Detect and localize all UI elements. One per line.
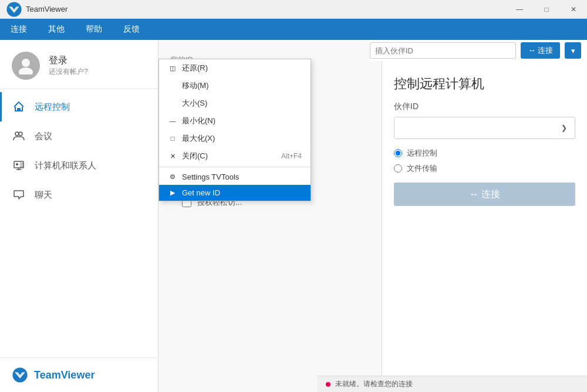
ctx-minimize-label: 最小化(N) (182, 116, 302, 126)
chat-icon (12, 188, 26, 202)
get-new-id-arrow-icon: ▶ (168, 189, 177, 197)
computers-label: 计算机和联系人 (35, 160, 96, 171)
menubar: 连接 其他 帮助 反馈 ↔ 连接 ▾ (0, 19, 587, 40)
sidebar-item-computers[interactable]: 计算机和联系人 (0, 151, 158, 180)
ctx-maximize-label: 最大化(X) (182, 133, 302, 144)
window-controls: — □ ✕ (506, 0, 587, 19)
ctx-close-label: 关闭(C) (182, 151, 276, 161)
partner-id-field-wrap: ❯ (394, 117, 575, 139)
meeting-icon (12, 129, 26, 143)
status-text: 未就绪。请检查您的连接 (335, 379, 413, 389)
statusbar: 未就绪。请检查您的连接 (317, 376, 587, 392)
ctx-size-label: 大小(S) (182, 98, 302, 109)
ctx-divider (159, 167, 311, 167)
ctx-item-maximize[interactable]: □ 最大化(X) (159, 130, 311, 147)
sidebar-footer: TeamViewer (0, 357, 158, 392)
ctx-item-close[interactable]: ✕ 关闭(C) Alt+F4 (159, 147, 311, 165)
user-info: 登录 还没有帐户? (49, 55, 88, 77)
svg-point-4 (15, 132, 19, 136)
svg-rect-3 (17, 108, 21, 111)
menu-help[interactable]: 帮助 (81, 21, 107, 38)
restore-icon: ◫ (168, 65, 177, 72)
context-menu: ◫ 还原(R) 移动(M) 大小(S) — 最小化(N) □ 最大化(X) ✕ … (158, 59, 311, 201)
remote-control-label: 远程控制 (35, 102, 70, 113)
radio-file-transfer: 文件传输 (394, 163, 575, 174)
minimize-button[interactable]: — (506, 0, 533, 19)
title-logo-area: TeamViewer (6, 1, 68, 18)
ctx-item-minimize[interactable]: — 最小化(N) (159, 112, 311, 130)
avatar (12, 52, 40, 80)
settings-ctx-icon: ⚙ (168, 173, 177, 181)
svg-point-7 (16, 163, 18, 165)
sidebar: 登录 还没有帐户? 远程控制 会议 计算机和联 (0, 40, 158, 392)
menu-other[interactable]: 其他 (43, 21, 69, 38)
computers-icon (12, 158, 26, 173)
teamviewer-icon (6, 1, 22, 18)
sidebar-item-chat[interactable]: 聊天 (0, 180, 158, 209)
svg-point-10 (12, 367, 27, 382)
ctx-restore-label: 还原(R) (182, 63, 302, 73)
field-chevron-icon[interactable]: ❯ (554, 117, 575, 138)
teamviewer-footer-icon (12, 367, 28, 383)
connect-top-button[interactable]: ↔ 连接 (521, 42, 560, 59)
maximize-ctx-icon: □ (168, 135, 177, 142)
ctx-close-shortcut: Alt+F4 (281, 152, 302, 160)
ctx-item-get-new-id[interactable]: ▶ Get new ID (159, 185, 311, 201)
svg-point-2 (19, 67, 33, 75)
titlebar: TeamViewer — □ ✕ (0, 0, 587, 19)
connect-main-button[interactable]: ↔ 连接 (394, 183, 575, 206)
ctx-settings-label: Settings TVTools (182, 173, 302, 181)
person-icon (17, 57, 35, 75)
close-button[interactable]: ✕ (560, 0, 587, 19)
nav-items: 远程控制 会议 计算机和联系人 聊天 (0, 89, 158, 357)
brand-label: TeamViewer (34, 369, 95, 381)
partner-id-top-input[interactable] (370, 42, 516, 59)
connect-main-label: ↔ 连接 (469, 188, 500, 201)
partner-id-bar: ↔ 连接 ▾ (370, 40, 587, 61)
meeting-label: 会议 (35, 131, 52, 142)
app-title: TeamViewer (26, 5, 68, 13)
maximize-button[interactable]: □ (533, 0, 560, 19)
partner-id-field[interactable] (394, 117, 554, 138)
ctx-item-settings[interactable]: ⚙ Settings TVTools (159, 169, 311, 185)
user-profile: 登录 还没有帐户? (0, 40, 158, 89)
radio-remote-button[interactable] (394, 149, 402, 157)
user-register-link[interactable]: 还没有帐户? (49, 67, 88, 77)
user-login-label[interactable]: 登录 (49, 55, 88, 67)
svg-point-5 (19, 132, 22, 136)
remote-control-icon (12, 100, 26, 114)
partner-id-label: 伙伴ID (394, 102, 575, 112)
ctx-item-size[interactable]: 大小(S) (159, 94, 311, 112)
radio-remote-label: 远程控制 (407, 148, 437, 158)
radio-remote-control: 远程控制 (394, 148, 575, 158)
ctx-item-restore[interactable]: ◫ 还原(R) (159, 59, 311, 77)
sidebar-item-remote-control[interactable]: 远程控制 (0, 92, 158, 121)
svg-point-1 (22, 59, 30, 67)
connect-dropdown-button[interactable]: ▾ (565, 42, 581, 59)
right-panel: 控制远程计算机 伙伴ID ❯ 远程控制 文件传输 ↔ 连接 (382, 46, 587, 392)
dropdown-arrow-icon: ▾ (571, 46, 575, 55)
ctx-get-new-id-label: Get new ID (182, 188, 302, 197)
status-dot-icon (326, 382, 330, 387)
sidebar-item-meeting[interactable]: 会议 (0, 121, 158, 151)
right-panel-title: 控制远程计算机 (394, 75, 575, 93)
svg-point-0 (6, 2, 21, 16)
radio-file-button[interactable] (394, 164, 402, 173)
radio-file-label: 文件传输 (407, 163, 437, 174)
ctx-move-label: 移动(M) (182, 80, 302, 91)
chat-label: 聊天 (35, 190, 52, 201)
connect-top-label: ↔ 连接 (528, 45, 553, 56)
menu-connect[interactable]: 连接 (6, 21, 32, 38)
minimize-ctx-icon: — (168, 117, 177, 124)
close-ctx-icon: ✕ (168, 153, 177, 160)
ctx-item-move[interactable]: 移动(M) (159, 77, 311, 94)
menu-feedback[interactable]: 反馈 (119, 21, 144, 38)
